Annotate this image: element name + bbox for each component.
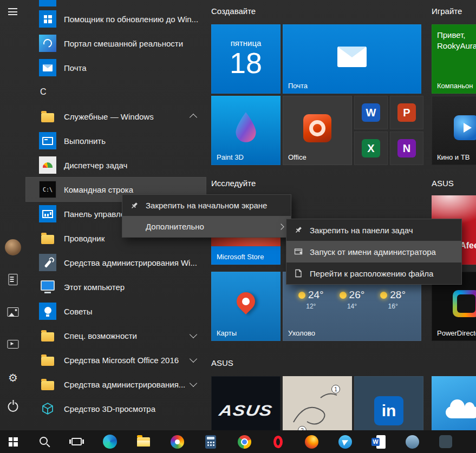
cloud-icon xyxy=(446,406,476,418)
menu-item-open-file-location[interactable]: Перейти к расположению файла xyxy=(286,262,461,284)
tile-sketchbook[interactable]: 1 2 xyxy=(283,376,352,430)
videos-icon xyxy=(8,340,19,349)
app-item-3d-viewer[interactable]: Средство 3D-просмотра xyxy=(26,397,206,421)
user-avatar[interactable] xyxy=(5,239,21,255)
app-item-run[interactable]: Выполнить xyxy=(26,129,206,153)
sun-icon xyxy=(380,292,387,299)
this-pc-icon xyxy=(39,278,56,296)
forecast-day: 28° 16° xyxy=(380,289,406,341)
app-item-mixed-reality[interactable]: Портал смешанной реальности xyxy=(26,31,206,55)
taskbar-app-button[interactable] xyxy=(395,430,429,453)
taskbar-task-view-button[interactable] xyxy=(60,430,93,453)
tile-excel[interactable]: X xyxy=(354,132,388,165)
app-item-update-assistant[interactable]: Помощник по обновлению до Win... xyxy=(26,7,206,31)
opera-icon xyxy=(273,436,283,448)
calendar-day: 18 xyxy=(230,48,262,78)
command-prompt-icon: C:\ xyxy=(39,181,56,198)
taskbar-photos-button[interactable] xyxy=(160,430,194,453)
file-explorer-icon xyxy=(39,229,56,247)
app-icon xyxy=(406,435,419,449)
taskbar-search-button[interactable] xyxy=(26,430,60,453)
tile-asus[interactable]: ASUS xyxy=(211,376,281,430)
app-item-this-pc[interactable]: Этот компьютер xyxy=(26,275,206,299)
taskbar-word-button[interactable]: W xyxy=(362,430,395,453)
tile-office[interactable]: Office xyxy=(283,96,352,165)
app-group-office-tools[interactable]: Средства Microsoft Office 2016 xyxy=(26,348,206,372)
tile-paint3d[interactable]: Paint 3D xyxy=(211,96,281,165)
admin-tools-icon xyxy=(39,254,56,271)
pictures-icon xyxy=(8,307,19,317)
app-group-ease-of-access[interactable]: Спец. возможности xyxy=(26,324,206,347)
folder-icon xyxy=(137,437,150,447)
menu-item-more[interactable]: Дополнительно xyxy=(122,216,291,237)
tile-group-header-play[interactable]: Играйте xyxy=(432,6,462,16)
documents-button[interactable] xyxy=(9,274,18,285)
linkedin-logo-icon: in xyxy=(374,396,403,425)
tile-group-header-asus-bottom[interactable]: ASUS xyxy=(211,358,233,367)
app-icon xyxy=(39,0,56,6)
left-rail: ⚙ xyxy=(0,0,26,430)
taskbar-app-button[interactable] xyxy=(429,430,462,453)
document-icon xyxy=(9,274,18,285)
envelope-icon xyxy=(337,47,367,67)
tile-xbox[interactable]: Привет, RookyAura Компаньон xyxy=(432,24,476,94)
tile-group-header-explore[interactable]: Исследуйте xyxy=(211,179,256,188)
menu-item-pin-to-taskbar[interactable]: Закрепить на панели задач xyxy=(286,219,461,241)
taskbar-chrome-button[interactable] xyxy=(227,430,261,453)
app-item-mail[interactable]: Почта xyxy=(26,56,206,80)
calculator-icon xyxy=(205,435,216,449)
settings-button[interactable]: ⚙ xyxy=(8,372,18,383)
3d-viewer-cube-icon xyxy=(39,400,56,417)
taskbar-edge-button[interactable] xyxy=(93,430,127,453)
section-letter[interactable]: С xyxy=(40,80,47,104)
powerdirector-logo-icon xyxy=(453,290,476,317)
app-item-tips[interactable]: Советы xyxy=(26,299,206,323)
firefox-icon xyxy=(305,435,318,449)
menu-item-run-as-admin[interactable]: Запуск от имени администратора xyxy=(286,241,461,262)
chevron-down-icon xyxy=(190,331,197,338)
app-group-windows-system[interactable]: Служебные — Windows xyxy=(26,104,206,128)
tile-maps[interactable]: Карты xyxy=(211,272,281,341)
power-icon xyxy=(8,402,18,412)
forecast-day: 26° 14° xyxy=(340,289,365,341)
paper-plane-icon xyxy=(338,435,352,449)
hamburger-menu-button[interactable] xyxy=(8,8,17,15)
tile-group-header-asus-right[interactable]: ASUS xyxy=(432,179,454,188)
taskbar-calculator-button[interactable] xyxy=(194,430,227,453)
taskbar-telegram-button[interactable] xyxy=(328,430,362,453)
sun-icon xyxy=(340,292,347,299)
tile-calendar[interactable]: пятница 18 xyxy=(211,24,281,94)
context-menu: Закрепить на начальном экране Дополнител… xyxy=(122,194,291,238)
tile-linkedin[interactable]: in xyxy=(354,376,423,430)
videos-button[interactable] xyxy=(8,340,19,349)
pictures-button[interactable] xyxy=(8,307,19,317)
tile-mail[interactable]: Почта xyxy=(283,24,421,94)
tile-word[interactable]: W xyxy=(354,96,388,129)
taskbar-opera-button[interactable] xyxy=(261,430,295,453)
folder-icon xyxy=(39,327,56,344)
run-icon xyxy=(39,132,56,149)
search-icon xyxy=(40,437,48,445)
tile-powerpoint[interactable]: P xyxy=(390,96,423,129)
windows-update-assistant-icon xyxy=(39,10,56,28)
app-icon xyxy=(439,435,452,448)
menu-item-pin-to-start[interactable]: Закрепить на начальном экране xyxy=(122,195,291,216)
start-button[interactable] xyxy=(0,430,26,453)
taskbar-file-explorer-button[interactable] xyxy=(127,430,160,453)
folder-icon xyxy=(39,108,56,125)
tile-weather-cloud[interactable] xyxy=(432,376,476,430)
word-icon: W xyxy=(362,103,380,122)
taskbar-firefox-button[interactable] xyxy=(295,430,328,453)
edge-icon xyxy=(103,435,117,449)
app-item-task-manager[interactable]: Диспетчер задач xyxy=(26,153,206,177)
taskbar: W xyxy=(0,430,476,453)
excel-icon: X xyxy=(362,139,380,157)
tile-group-header-create[interactable]: Создавайте xyxy=(211,6,256,16)
context-submenu: Закрепить на панели задач Запуск от имен… xyxy=(286,219,462,285)
tile-movies-tv[interactable]: Кино и ТВ xyxy=(432,96,476,165)
app-group-admin-tools[interactable]: Средства администрирования... xyxy=(26,372,206,396)
windows-logo-icon xyxy=(9,437,18,447)
power-button[interactable] xyxy=(8,402,18,412)
tile-onenote[interactable]: N xyxy=(390,132,423,165)
app-item-admin-tools[interactable]: Средства администрирования Wi... xyxy=(26,251,206,274)
